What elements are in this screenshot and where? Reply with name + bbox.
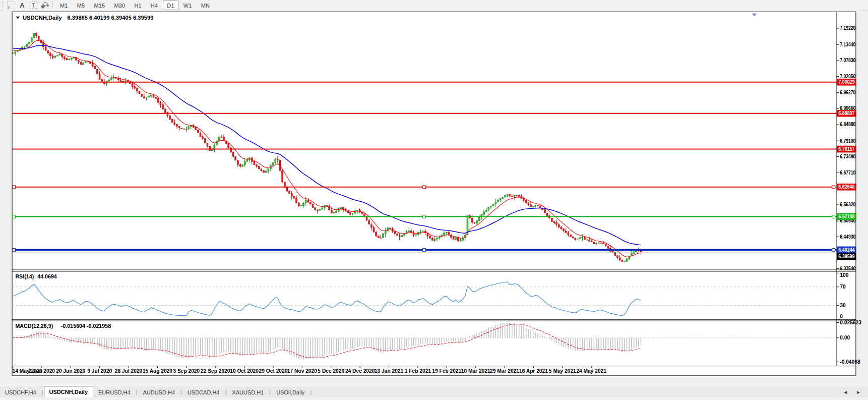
svg-text:6.52108: 6.52108	[838, 214, 854, 219]
timeframe-button-m5[interactable]: M5	[73, 1, 89, 10]
timeframe-button-w1[interactable]: W1	[179, 1, 196, 10]
chart-title-ohlc: 6.39865 6.40199 6.39405 6.39599	[68, 15, 154, 21]
timeframe-button-d1[interactable]: D1	[163, 1, 178, 10]
svg-text:19 Feb 2021: 19 Feb 2021	[432, 368, 461, 374]
svg-text:7.00029: 7.00029	[838, 79, 854, 85]
price-label-6.52108: 6.52108	[837, 213, 856, 220]
price-label-6.39599: 6.39599	[837, 253, 856, 260]
timeframe-button-h1[interactable]: H1	[130, 1, 145, 10]
timeframe-button-group: M1M5M15M30H1H4D1W1MN	[55, 1, 214, 10]
chart-canvas: 10070300 0.0256230.00-0.04068 7.192207.1…	[0, 11, 868, 386]
line-handle[interactable]	[832, 186, 835, 189]
svg-text:7.13440: 7.13440	[840, 42, 855, 47]
chart-title-symbol: USDCNH,Daily	[23, 15, 62, 21]
line-handle[interactable]	[423, 248, 426, 251]
macd-label: MACD(12,26,9)	[15, 323, 53, 329]
svg-text:3 Sep 2020: 3 Sep 2020	[173, 368, 200, 374]
dotted-frame-icon: F	[7, 2, 15, 9]
svg-text:22 Sep 2020: 22 Sep 2020	[201, 368, 230, 374]
svg-text:7.07830: 7.07830	[840, 58, 855, 63]
svg-text:1 Feb 2021: 1 Feb 2021	[405, 368, 431, 374]
svg-text:5 Dec 2020: 5 Dec 2020	[318, 368, 344, 374]
chart-tab-bar: USDCHF,H4|USDCNH,DailyEURUSD,H4|AUDUSD,H…	[0, 386, 868, 397]
svg-text:28 Jul 2020: 28 Jul 2020	[115, 368, 143, 374]
letter-a-icon: A	[20, 2, 24, 9]
chart-window: 10070300 0.0256230.00-0.04068 7.192207.1…	[0, 11, 868, 388]
chart-tab-usdcnh-daily[interactable]: USDCNH,Daily	[44, 386, 93, 397]
svg-text:0.025623: 0.025623	[840, 320, 861, 325]
chart-tab-eurusd-h4[interactable]: EURUSD,H4	[93, 387, 136, 397]
chart-tab-usoil-daily[interactable]: USOil,Daily	[271, 387, 309, 397]
timeframe-button-h4[interactable]: H4	[147, 1, 162, 10]
text-box-icon: T	[30, 2, 37, 9]
line-handle[interactable]	[13, 186, 16, 189]
line-handle[interactable]	[832, 215, 835, 218]
top-toolbar: F A T ▾ M1M5M15M30H1H4D1W1MN	[0, 0, 868, 11]
svg-text:10 Mar 2021: 10 Mar 2021	[461, 368, 490, 374]
tab-scroll-buttons: ◄ ►	[843, 389, 861, 395]
status-strip	[0, 397, 868, 400]
tab-separator: |	[309, 389, 312, 395]
price-label-6.40244: 6.40244	[837, 247, 856, 254]
svg-text:15 Aug 2020: 15 Aug 2020	[143, 368, 172, 374]
timeframe-button-m30[interactable]: M30	[110, 1, 129, 10]
svg-text:6.67710: 6.67710	[840, 170, 855, 176]
arrows-dropdown-caret-icon[interactable]: ▾	[47, 3, 49, 8]
svg-text:6.39599: 6.39599	[838, 254, 854, 259]
rsi-label: RSI(14)	[15, 273, 34, 279]
svg-text:7.19220: 7.19220	[840, 25, 855, 31]
chart-tab-audusd-h4[interactable]: AUDUSD,H4	[138, 387, 180, 397]
text-tool-button[interactable]: T	[28, 1, 38, 10]
svg-text:6.56320: 6.56320	[840, 202, 855, 207]
toolbar-grip[interactable]	[2, 2, 4, 9]
arrows-tool-button[interactable]: ▾	[39, 1, 49, 10]
tab-scroll-right-icon[interactable]: ►	[856, 389, 861, 395]
rsi-value: 44.0694	[37, 273, 57, 279]
svg-text:-0.04068: -0.04068	[840, 359, 860, 365]
timeframe-button-m1[interactable]: M1	[56, 1, 72, 10]
svg-text:6.96270: 6.96270	[840, 90, 855, 95]
svg-text:30: 30	[840, 303, 846, 308]
tab-scroll-left-icon[interactable]: ◄	[843, 389, 848, 395]
svg-text:20 Jun 2020: 20 Jun 2020	[56, 368, 85, 374]
svg-text:0: 0	[840, 314, 843, 319]
svg-text:6.62646: 6.62646	[838, 184, 854, 190]
toolbar-grip[interactable]	[51, 2, 54, 9]
svg-text:6.84880: 6.84880	[840, 122, 855, 127]
svg-text:6.76157: 6.76157	[838, 146, 854, 152]
svg-text:6.88897: 6.88897	[838, 110, 854, 116]
svg-text:29 Oct 2020: 29 Oct 2020	[259, 368, 288, 374]
line-handle[interactable]	[13, 248, 16, 251]
svg-text:6.73490: 6.73490	[840, 154, 855, 159]
svg-text:7.02050: 7.02050	[840, 74, 855, 79]
svg-text:0.00: 0.00	[840, 335, 850, 340]
svg-text:6.79100: 6.79100	[840, 138, 855, 144]
line-handle[interactable]	[423, 215, 426, 218]
svg-text:29 Mar 2021: 29 Mar 2021	[490, 368, 519, 374]
svg-text:24 May 2021: 24 May 2021	[576, 368, 606, 374]
svg-text:6.44930: 6.44930	[840, 234, 855, 240]
timeframe-button-m15[interactable]: M15	[90, 1, 109, 10]
price-label-7.00029: 7.00029	[837, 79, 856, 86]
line-handle[interactable]	[13, 215, 16, 218]
svg-text:24 Dec 2020: 24 Dec 2020	[345, 368, 375, 374]
macd-values: -0.015604 -0.021958	[61, 323, 111, 329]
svg-text:16 Apr 2021: 16 Apr 2021	[519, 368, 548, 374]
timeframe-button-mn[interactable]: MN	[197, 1, 214, 10]
price-label-6.76157: 6.76157	[837, 146, 856, 153]
svg-text:6.33540: 6.33540	[840, 266, 855, 271]
chart-frame-tool-button[interactable]: F	[6, 1, 16, 10]
price-label-6.88897: 6.88897	[837, 110, 856, 117]
svg-text:5 May 2021: 5 May 2021	[549, 368, 576, 374]
svg-text:17 Nov 2020: 17 Nov 2020	[287, 368, 317, 374]
chart-tab-usdchf-h4[interactable]: USDCHF,H4	[0, 387, 41, 397]
label-tool-button[interactable]: A	[17, 1, 27, 10]
svg-text:70: 70	[840, 284, 846, 290]
chart-tab-xauusd-h1[interactable]: XAUUSD,H1	[227, 387, 269, 397]
svg-text:6.40244: 6.40244	[838, 247, 854, 253]
line-handle[interactable]	[832, 248, 835, 251]
svg-text:10 Oct 2020: 10 Oct 2020	[230, 368, 259, 374]
chart-tab-usdcad-h4[interactable]: USDCAD,H4	[182, 387, 225, 397]
line-handle[interactable]	[423, 186, 426, 189]
svg-text:13 Jan 2021: 13 Jan 2021	[375, 368, 404, 374]
